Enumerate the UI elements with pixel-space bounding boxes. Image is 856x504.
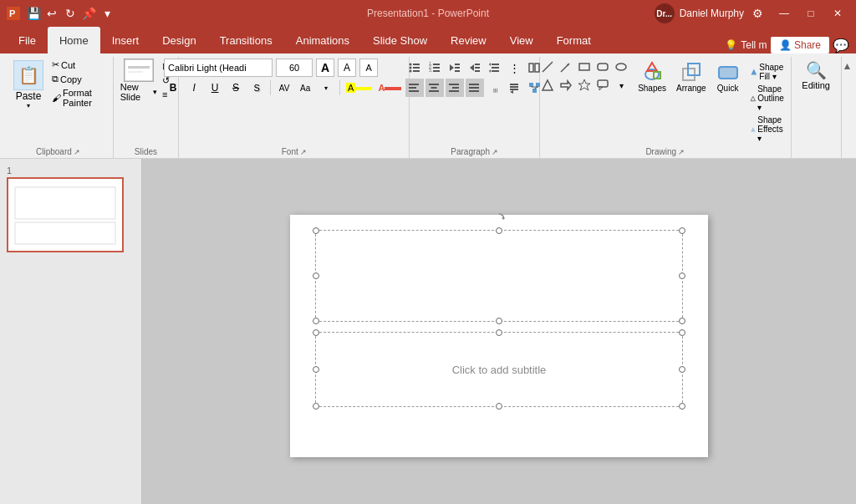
strikethrough-button[interactable]: S <box>227 79 245 97</box>
comment-button[interactable]: 💬 <box>833 38 849 53</box>
format-painter-button[interactable]: 🖌 Format Painter <box>50 87 106 109</box>
shape-line[interactable] <box>539 59 556 75</box>
save-qa-button[interactable]: 💾 <box>25 5 42 22</box>
shape-triangle[interactable] <box>539 77 556 94</box>
sub-handle-bc[interactable] <box>496 403 502 410</box>
tab-review[interactable]: Review <box>439 27 498 53</box>
shape-callout[interactable] <box>594 77 611 94</box>
handle-mr[interactable] <box>679 272 685 279</box>
handle-tc[interactable] <box>496 227 502 234</box>
font-grow-button[interactable]: A <box>316 59 334 77</box>
handle-bc[interactable] <box>496 318 502 324</box>
shape-ellipse[interactable] <box>613 59 629 75</box>
copy-button[interactable]: ⧉ Copy <box>50 73 106 85</box>
tab-animations[interactable]: Animations <box>284 27 361 53</box>
shape-rect[interactable] <box>576 59 593 75</box>
tab-insert[interactable]: Insert <box>100 27 151 53</box>
undo-qa-button[interactable]: ↩ <box>43 5 60 22</box>
clipboard-expand-icon[interactable]: ↗ <box>74 148 80 156</box>
decrease-indent-button[interactable] <box>446 59 464 77</box>
shape-effects-button[interactable]: Shape Effects ▾ <box>748 115 792 144</box>
font-color-button[interactable]: A <box>376 79 403 97</box>
handle-tr[interactable] <box>679 227 685 234</box>
new-slide-button[interactable]: New Slide ▾ <box>120 59 157 102</box>
font-name-input[interactable] <box>164 59 273 77</box>
char-spacing-button[interactable]: AV <box>275 79 293 97</box>
sub-handle-bl[interactable] <box>313 403 319 410</box>
sub-handle-tl[interactable] <box>313 329 319 336</box>
italic-button[interactable]: I <box>185 79 203 97</box>
shapes-button[interactable]: Shapes <box>634 59 670 94</box>
shapes-more-button[interactable]: ▾ <box>613 77 629 94</box>
sub-handle-tc[interactable] <box>496 329 502 336</box>
cut-button[interactable]: ✂ Cut <box>50 59 106 71</box>
subtitle-textbox[interactable]: Click to add subtitle <box>315 332 683 407</box>
tab-file[interactable]: File <box>7 27 48 53</box>
drawing-expand-icon[interactable]: ↗ <box>678 148 685 156</box>
tab-transitions[interactable]: Transitions <box>208 27 284 53</box>
numbering-button[interactable]: 1.2.3. <box>425 59 444 77</box>
align-left-button[interactable] <box>405 79 424 97</box>
case-button[interactable]: Aa <box>296 79 314 97</box>
font-expand-icon[interactable]: ↗ <box>300 148 307 156</box>
close-button[interactable]: ✕ <box>826 5 849 22</box>
restore-button[interactable]: □ <box>799 5 823 22</box>
increase-indent-button[interactable] <box>466 59 484 77</box>
slide-thumbnail[interactable] <box>7 177 124 252</box>
title-textbox[interactable] <box>315 230 683 322</box>
justify-button[interactable] <box>466 79 484 97</box>
handle-bl[interactable] <box>313 318 319 324</box>
handle-br[interactable] <box>679 318 685 324</box>
font-shrink-button[interactable]: A <box>338 59 356 77</box>
rotate-handle[interactable] <box>492 212 506 229</box>
settings-button[interactable]: ⚙ <box>749 5 766 22</box>
tab-format[interactable]: Format <box>545 27 603 53</box>
font-clear-button[interactable]: A <box>359 59 378 77</box>
qa-dropdown-button[interactable]: ▾ <box>99 5 115 22</box>
bullets-button[interactable] <box>405 59 424 77</box>
align-right-button[interactable] <box>446 79 464 97</box>
case-dropdown[interactable]: ▾ <box>317 79 335 97</box>
minimize-button[interactable]: — <box>772 5 796 22</box>
tab-slideshow[interactable]: Slide Show <box>361 27 439 53</box>
sub-handle-tr[interactable] <box>679 329 685 336</box>
shape-right-arrow[interactable] <box>558 77 574 94</box>
shape-rounded-rect[interactable] <box>594 59 611 75</box>
redo-qa-button[interactable]: ↻ <box>62 5 79 22</box>
new-slide-dropdown[interactable]: ▾ <box>153 88 157 96</box>
paste-dropdown[interactable]: ▾ <box>27 102 30 109</box>
highlight-button[interactable]: A <box>344 79 374 97</box>
ribbon-collapse-button[interactable]: ▲ <box>842 60 853 72</box>
sub-handle-br[interactable] <box>679 403 685 410</box>
align-center-button[interactable] <box>425 79 444 97</box>
shape-arrow[interactable] <box>558 59 574 75</box>
pin-qa-button[interactable]: 📌 <box>80 5 97 22</box>
paragraph-expand-icon[interactable]: ↗ <box>492 148 498 156</box>
align-text-button[interactable] <box>506 79 524 97</box>
shape-fill-button[interactable]: Shape Fill ▾ <box>748 62 792 82</box>
font-size-input[interactable] <box>276 59 313 77</box>
quick-styles-button[interactable]: Quick <box>713 59 743 94</box>
sub-handle-ml[interactable] <box>313 366 319 373</box>
handle-tl[interactable] <box>313 227 319 234</box>
tell-me-area[interactable]: 💡 Tell m <box>725 39 767 51</box>
shadow-button[interactable]: S <box>247 79 266 97</box>
tab-design[interactable]: Design <box>150 27 207 53</box>
paste-button[interactable]: 📋 Paste ▾ <box>10 59 47 111</box>
svg-marker-21 <box>470 64 474 71</box>
editing-button[interactable]: 🔍 Editing <box>797 59 835 92</box>
line-spacing-button[interactable] <box>486 59 504 77</box>
text-direction-button[interactable]: ≡ <box>486 79 504 97</box>
sub-handle-mr[interactable] <box>679 366 685 373</box>
handle-ml[interactable] <box>313 272 319 279</box>
tab-home[interactable]: Home <box>48 27 100 53</box>
share-button[interactable]: 👤 Share <box>771 37 829 53</box>
add-remove-space-button[interactable]: ⋮ <box>506 59 524 77</box>
shape-outline-button[interactable]: Shape Outline ▾ <box>748 84 792 113</box>
bold-button[interactable]: B <box>164 79 182 97</box>
shape-star[interactable] <box>576 77 593 94</box>
arrange-button[interactable]: Arrange <box>673 59 710 94</box>
tab-view[interactable]: View <box>498 27 545 53</box>
underline-button[interactable]: U <box>206 79 224 97</box>
slide-canvas[interactable]: Click to add subtitle <box>290 215 708 457</box>
